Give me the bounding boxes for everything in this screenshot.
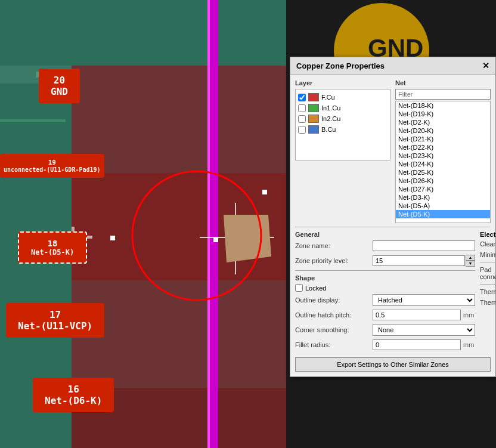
net-section-title: Net	[395, 79, 491, 86]
svg-rect-17	[262, 190, 267, 194]
corner-smoothing-row: Corner smoothing: None Chamfer Fillet	[295, 324, 475, 336]
fillet-radius-label: Fillet radius:	[295, 341, 373, 348]
layer-checkbox-in2cu[interactable]	[298, 115, 306, 123]
fillet-radius-input[interactable]	[373, 339, 461, 350]
general-section-title: General	[295, 231, 475, 238]
layer-section: Layer F.Cu In1.Cu	[295, 79, 390, 223]
net-item[interactable]: Net-(D21-K)	[396, 135, 490, 143]
locked-label: Locked	[305, 285, 326, 292]
separator-3	[480, 262, 496, 262]
layer-label-in1cu: In1.Cu	[321, 104, 340, 112]
layer-item-bcu: B.Cu	[298, 124, 388, 135]
svg-rect-13	[0, 119, 66, 122]
layer-label-bcu: B.Cu	[321, 126, 336, 133]
net-item[interactable]: Net-(D24-K)	[396, 160, 490, 168]
layer-color-bcu	[308, 125, 319, 134]
svg-rect-2	[0, 0, 286, 66]
minimum-label: Minimum	[480, 251, 496, 258]
minimum-row: Minimum	[480, 251, 496, 258]
layer-item-in2cu: In2.Cu	[298, 113, 388, 124]
svg-rect-9	[207, 0, 210, 448]
outline-hatch-pitch-unit: mm	[463, 311, 475, 319]
fillet-radius-unit: mm	[463, 341, 475, 348]
net-item[interactable]: Net-(D18-K)	[396, 101, 490, 110]
svg-marker-20	[224, 215, 271, 262]
priority-spin-buttons: ▲ ▼	[466, 255, 475, 267]
separator-1	[295, 227, 491, 227]
net-label-u11vcp: 17 Net-(U11-VCP)	[6, 303, 104, 338]
net-item[interactable]: Net-(D26-K)	[396, 177, 490, 185]
layer-section-title: Layer	[295, 79, 390, 86]
zone-name-row: Zone name:	[295, 240, 475, 251]
dialog-titlebar: Copper Zone Properties ✕	[290, 57, 495, 75]
layer-item-in1cu: In1.Cu	[298, 103, 388, 113]
layer-checkbox-fcu[interactable]	[298, 94, 306, 101]
thermal-label-1: Thermal	[480, 288, 496, 295]
net-item[interactable]: Net-(D23-K)	[396, 152, 490, 160]
thermal-label-2: Thermal	[480, 299, 496, 306]
layer-checkbox-in1cu[interactable]	[298, 104, 306, 112]
separator-4	[480, 284, 496, 285]
layer-item-fcu: F.Cu	[298, 92, 388, 103]
net-item[interactable]: Net-(D5-A)	[396, 202, 490, 210]
priority-label: Zone priority level:	[295, 257, 373, 264]
net-label-gnd: 20 GND	[39, 69, 80, 103]
zone-name-label: Zone name:	[295, 242, 373, 249]
clearance-label: Clearance	[480, 240, 496, 248]
priority-spin-down[interactable]: ▼	[466, 261, 475, 267]
priority-input[interactable]	[373, 255, 465, 266]
net-label-d6k: 16 Net-(D6-K)	[33, 378, 114, 412]
net-filter-input[interactable]	[395, 89, 491, 100]
fillet-radius-row: Fillet radius: mm	[295, 339, 475, 350]
net-item[interactable]: Net-(D27-K)	[396, 185, 490, 193]
net-item-selected[interactable]: Net-(D5-K)	[396, 210, 490, 218]
clearance-row: Clearance	[480, 240, 496, 248]
corner-smoothing-label: Corner smoothing:	[295, 326, 373, 333]
shape-section-title: Shape	[295, 274, 475, 282]
outline-display-row: Outline display: None Hatched Full	[295, 294, 475, 306]
layer-label-fcu: F.Cu	[321, 94, 335, 101]
priority-row: Zone priority level: ▲ ▼	[295, 255, 475, 267]
outline-hatch-pitch-label: Outline hatch pitch:	[295, 311, 373, 319]
layer-color-in2cu	[308, 115, 319, 123]
net-item[interactable]: Net-(D3-K)	[396, 193, 490, 202]
net-list[interactable]: Net-(D18-K) Net-(D19-K) Net-(D2-K) Net-(…	[395, 101, 491, 223]
net-item[interactable]: Net-(D2-K)	[396, 118, 490, 126]
zone-name-input[interactable]	[373, 240, 475, 251]
net-item[interactable]: Net-(D19-K)	[396, 110, 490, 118]
svg-rect-15	[110, 236, 115, 240]
thermal-row-2: Thermal	[480, 299, 496, 306]
pad-connection-label: Pad connection	[480, 266, 496, 280]
layer-checkbox-bcu[interactable]	[298, 126, 306, 134]
net-item[interactable]: Net-(D20-K)	[396, 126, 490, 135]
dialog-title: Copper Zone Properties	[296, 61, 385, 70]
right-panel: Electrical Clearance Minimum Pad connect…	[480, 231, 496, 354]
priority-spin-up[interactable]: ▲	[466, 255, 475, 261]
corner-smoothing-select[interactable]: None Chamfer Fillet	[373, 324, 475, 336]
net-section: Net Net-(D18-K) Net-(D19-K) Net-(D2-K) N…	[395, 79, 491, 223]
close-icon[interactable]: ✕	[482, 61, 489, 70]
thermal-row-1: Thermal	[480, 288, 496, 295]
outline-display-select[interactable]: None Hatched Full	[373, 294, 475, 306]
separator-2	[295, 270, 475, 271]
net-label-u11gdr: 19 unconnected-(U11-GDR-Pad19)	[0, 154, 104, 178]
outline-hatch-pitch-input[interactable]	[373, 310, 461, 320]
priority-spinner: ▲ ▼	[373, 255, 475, 267]
outline-hatch-pitch-row: Outline hatch pitch: mm	[295, 310, 475, 320]
pad-connection-row: Pad connection	[480, 266, 496, 280]
net-item[interactable]: Net-(D25-K)	[396, 168, 490, 177]
locked-checkbox[interactable]	[295, 284, 303, 292]
layer-color-in1cu	[308, 104, 319, 112]
svg-rect-16	[213, 237, 218, 242]
electrical-title: Electrical	[480, 231, 496, 238]
outline-display-label: Outline display:	[295, 296, 373, 304]
copper-zone-properties-dialog: Copper Zone Properties ✕ Layer F.Cu	[290, 57, 496, 377]
net-label-d5k: 18 Net-(D5-K)	[18, 231, 87, 264]
layer-color-fcu	[308, 93, 319, 101]
net-item[interactable]: Net-(D22-K)	[396, 143, 490, 152]
layer-label-in2cu: In2.Cu	[321, 115, 340, 122]
export-settings-button[interactable]: Export Settings to Other Similar Zones	[295, 357, 491, 372]
locked-row: Locked	[295, 284, 475, 292]
layer-list: F.Cu In1.Cu In2.Cu	[295, 89, 390, 160]
